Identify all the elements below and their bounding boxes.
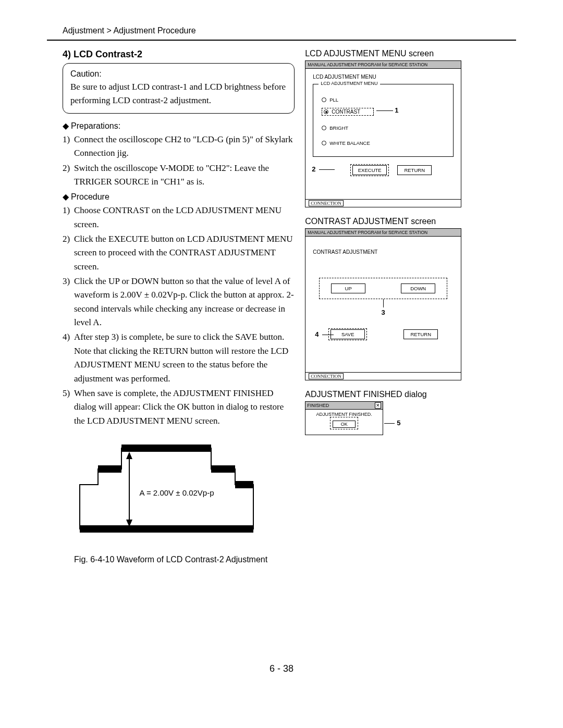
- callout-line: [376, 110, 393, 111]
- up-down-group: UP DOWN: [319, 278, 447, 299]
- horizontal-rule: [47, 40, 516, 41]
- save-highlight: SAVE: [328, 328, 367, 340]
- status-text: CONNECTION: [309, 200, 344, 206]
- page-number: 6 - 38: [47, 663, 516, 674]
- status-bar: CONNECTION: [305, 372, 461, 380]
- dialog-title-text: FINISHED: [307, 403, 329, 408]
- return-button[interactable]: RETURN: [403, 329, 438, 339]
- preparations-heading: ◆Preparations:: [63, 121, 295, 131]
- caution-text: Be sure to adjust LCD contrast-1 and LCD…: [70, 80, 287, 107]
- window-titlebar: MANUAL ADJUSTMENT PROGRAM for SERVICE ST…: [305, 61, 461, 69]
- callout-1: 1: [395, 106, 398, 114]
- radio-bright[interactable]: BRIGHT: [322, 125, 445, 131]
- status-bar: CONNECTION: [305, 199, 461, 207]
- item-number: 3): [63, 275, 74, 329]
- screen1-title: LCD ADJUSTMENT MENU screen: [305, 49, 516, 58]
- callout-4: 4: [315, 330, 319, 338]
- item-text: When save is complete, the ADJUSTMENT FI…: [74, 387, 295, 428]
- section-heading: 4) LCD Contrast-2: [63, 49, 295, 60]
- figure-caption: Fig. 6-4-10 Waveform of LCD Contrast-2 A…: [47, 555, 295, 564]
- callout-line: [322, 335, 334, 335]
- radio-label: PLL: [329, 97, 338, 103]
- procedure-heading-text: Procedure: [71, 192, 109, 201]
- caution-label: Caution:: [70, 68, 287, 80]
- callout-line: [319, 169, 335, 170]
- execute-highlight: EXECUTE: [350, 164, 389, 176]
- down-button[interactable]: DOWN: [401, 283, 435, 293]
- item-number: 5): [63, 387, 74, 428]
- breadcrumb: Adjustment > Adjustment Procedure: [47, 26, 516, 35]
- radio-icon: [322, 141, 326, 145]
- svg-marker-6: [126, 452, 132, 459]
- procedure-list: 1) Choose CONTRAST on the LCD ADJUSTMENT…: [63, 204, 295, 428]
- item-text: Click the EXECUTE button on LCD ADJUSTME…: [74, 232, 295, 274]
- item-number: 4): [63, 330, 74, 385]
- item-number: 1): [63, 133, 74, 161]
- dialog-titlebar: FINISHED ✕: [305, 402, 383, 410]
- execute-button[interactable]: EXECUTE: [352, 165, 387, 175]
- item-text: Click the UP or DOWN button so that the …: [74, 275, 295, 329]
- waveform-label: A = 2.00V ± 0.02Vp-p: [140, 488, 214, 497]
- item-number: 1): [63, 204, 74, 231]
- right-column: LCD ADJUSTMENT MENU screen MANUAL ADJUST…: [305, 47, 516, 564]
- item-text: Choose CONTRAST on the LCD ADJUSTMENT ME…: [74, 204, 295, 231]
- radio-icon: [324, 109, 328, 114]
- menu-title: LCD ADJUSTMENT MENU: [313, 74, 454, 80]
- contrast-title: CONTRAST ADJUSTMENT: [313, 249, 454, 255]
- radio-icon: [322, 126, 326, 130]
- diamond-icon: ◆: [63, 192, 69, 201]
- prep-item: 1) Connect the oscilloscope CH2 to "LCD-…: [63, 133, 295, 161]
- item-number: 2): [63, 232, 74, 274]
- contrast-adjustment-window: MANUAL ADJUSTMENT PROGRAM for SERVICE ST…: [305, 228, 461, 380]
- waveform-figure: A = 2.00V ± 0.02Vp-p: [77, 440, 265, 550]
- ok-button[interactable]: OK: [333, 421, 356, 428]
- window-body: CONTRAST ADJUSTMENT UP DOWN 3 4 SAVE: [305, 237, 461, 372]
- item-text: Connect the oscilloscope CH2 to "LCD-G (…: [74, 133, 295, 161]
- ok-highlight: OK: [330, 417, 358, 429]
- screen2-title: CONTRAST ADJUSTMENT screen: [305, 217, 516, 226]
- radio-label: WHITE BALANCE: [329, 140, 370, 146]
- page: Adjustment > Adjustment Procedure 4) LCD…: [0, 0, 563, 695]
- preparations-list: 1) Connect the oscilloscope CH2 to "LCD-…: [63, 133, 295, 189]
- save-button[interactable]: SAVE: [331, 329, 365, 339]
- lcd-adjustment-menu-window: MANUAL ADJUSTMENT PROGRAM for SERVICE ST…: [305, 60, 461, 207]
- radio-group: LCD ADJUSTMENT MENU PLL CONTRAST 1: [313, 84, 454, 157]
- proc-item: 5) When save is complete, the ADJUSTMENT…: [63, 387, 295, 428]
- prep-item: 2) Switch the oscilloscope V-MODE to "CH…: [63, 162, 295, 189]
- radio-label: BRIGHT: [329, 125, 348, 131]
- return-button[interactable]: RETURN: [397, 165, 432, 175]
- callout-3: 3: [382, 309, 385, 316]
- proc-item: 1) Choose CONTRAST on the LCD ADJUSTMENT…: [63, 204, 295, 231]
- radio-white-balance[interactable]: WHITE BALANCE: [322, 140, 445, 146]
- callout-2: 2: [312, 165, 315, 173]
- selected-radio-highlight: CONTRAST: [322, 108, 374, 116]
- preparations-heading-text: Preparations:: [71, 121, 120, 130]
- window-titlebar: MANUAL ADJUSTMENT PROGRAM for SERVICE ST…: [305, 229, 461, 237]
- status-text: CONNECTION: [309, 373, 344, 379]
- callout-line: [384, 423, 395, 424]
- item-text: Switch the oscilloscope V-MODE to "CH2":…: [74, 162, 295, 189]
- dialog-message: ADJUSTMENT FINISHED.: [309, 412, 380, 417]
- close-icon[interactable]: ✕: [375, 402, 381, 409]
- adjustment-finished-dialog: FINISHED ✕ ADJUSTMENT FINISHED. OK: [305, 401, 383, 435]
- radio-pll[interactable]: PLL: [322, 97, 445, 103]
- proc-item: 2) Click the EXECUTE button on LCD ADJUS…: [63, 232, 295, 274]
- callout-5: 5: [397, 419, 400, 427]
- up-button[interactable]: UP: [331, 283, 365, 293]
- procedure-heading: ◆Procedure: [63, 192, 295, 202]
- item-text: After step 3) is complete, be sure to cl…: [74, 330, 295, 385]
- callout-line: [383, 299, 384, 307]
- proc-item: 3) Click the UP or DOWN button so that t…: [63, 275, 295, 329]
- radio-icon: [322, 97, 326, 102]
- dialog-heading: ADJUSTMENT FINISHED dialog: [305, 390, 516, 399]
- group-legend: LCD ADJUSTMENT MENU: [319, 81, 380, 86]
- proc-item: 4) After step 3) is complete, be sure to…: [63, 330, 295, 385]
- dialog-body: ADJUSTMENT FINISHED. OK: [305, 410, 383, 435]
- radio-label: CONTRAST: [332, 109, 360, 115]
- diamond-icon: ◆: [63, 121, 69, 130]
- left-column: 4) LCD Contrast-2 Caution: Be sure to ad…: [47, 47, 295, 564]
- window-body: LCD ADJUSTMENT MENU LCD ADJUSTMENT MENU …: [305, 69, 461, 199]
- caution-box: Caution: Be sure to adjust LCD contrast-…: [63, 63, 295, 114]
- item-number: 2): [63, 162, 74, 189]
